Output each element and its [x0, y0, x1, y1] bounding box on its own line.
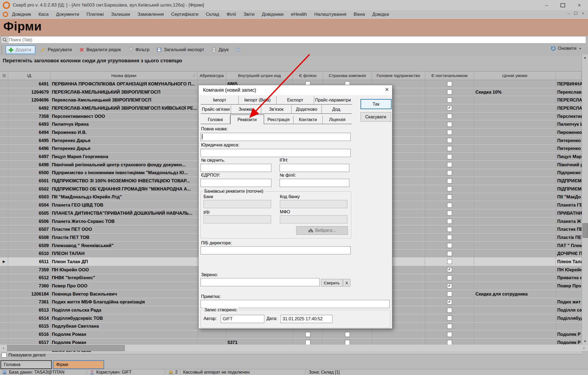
dialog-tab-реєстрація[interactable]: Реєстрація — [264, 116, 293, 124]
ipn-input[interactable] — [280, 164, 349, 172]
supplier-checkbox[interactable] — [447, 227, 452, 232]
export-button[interactable]: Загальний експорт — [156, 47, 204, 53]
menu-item-довідка[interactable]: Довідка — [372, 12, 389, 17]
show-details-checkbox[interactable] — [2, 353, 7, 358]
branch-checkbox[interactable] — [305, 340, 310, 345]
horizontal-scroll-thumb[interactable] — [7, 345, 125, 351]
column-header-Є філією[interactable]: Є філією — [293, 72, 323, 80]
supplier-checkbox[interactable]: ✓ — [447, 106, 452, 110]
search-input[interactable] — [8, 37, 586, 43]
branch-checkbox[interactable] — [305, 332, 310, 337]
column-header-Головне підприємство[interactable]: Головне підприємство — [372, 72, 425, 80]
columns-button[interactable] — [236, 47, 241, 53]
supplier-checkbox[interactable] — [447, 90, 452, 94]
column-header-Страхова компанія[interactable]: Страхова компанія — [323, 72, 372, 80]
column-header-Назва фірми[interactable]: Назва фірми△ — [50, 72, 198, 80]
author-input[interactable] — [221, 315, 264, 323]
dialog-tab-головні[interactable]: Головні — [201, 116, 230, 124]
toolbar-drag-handle[interactable] — [1, 46, 3, 54]
supplier-checkbox[interactable] — [447, 81, 452, 86]
director-input[interactable] — [201, 246, 351, 254]
menu-item-ehealth[interactable]: eHealth — [291, 12, 307, 17]
supplier-checkbox[interactable] — [447, 308, 452, 313]
add-button[interactable]: Додати — [5, 45, 35, 54]
supplier-checkbox[interactable] — [447, 291, 452, 296]
supplier-checkbox[interactable] — [447, 219, 452, 224]
supplier-checkbox[interactable] — [447, 186, 452, 191]
restore-button[interactable] — [560, 3, 565, 7]
menu-item-звіти[interactable]: Звіти — [244, 12, 254, 17]
close-button[interactable]: × — [578, 2, 581, 8]
scroll-up-icon[interactable]: ▲ — [582, 54, 588, 60]
window-tab-головна[interactable]: Головна — [1, 360, 52, 369]
refresh-button[interactable]: Оновити ▾ — [551, 46, 581, 51]
supplier-checkbox[interactable] — [447, 316, 452, 321]
dialog-tab-експорт[interactable]: Експорт — [277, 96, 314, 104]
table-row[interactable]: 6516Подоляк РоманПодоляк Р — [0, 330, 582, 339]
column-header-col0[interactable] — [0, 72, 8, 80]
verify-clear-button[interactable]: X — [343, 279, 350, 287]
menu-item-налаштування[interactable]: Налаштування — [314, 12, 346, 17]
insurance-checkbox[interactable] — [345, 332, 350, 337]
supplier-checkbox[interactable] — [447, 146, 452, 151]
menu-item-філії[interactable]: Філії — [227, 12, 236, 17]
legal-address-input[interactable] — [201, 149, 351, 157]
dialog-tab-імпорт[interactable]: Імпорт — [201, 96, 239, 104]
supplier-checkbox[interactable] — [447, 122, 452, 127]
menu-item-довідники[interactable]: Довідники — [262, 12, 284, 17]
menu-item-сертифікати[interactable]: Сертифікати — [171, 12, 198, 17]
dialog-tab-знижки[interactable]: Знижки — [231, 105, 261, 113]
column-header-col10[interactable] — [556, 72, 582, 80]
scroll-down-icon[interactable]: ▼ — [582, 338, 588, 344]
scroll-right-icon[interactable]: › — [580, 345, 587, 351]
cancel-button[interactable]: Скасувати — [360, 112, 391, 122]
menu-item-документи[interactable]: Документи — [56, 12, 79, 17]
dialog-tab-дод.[interactable]: Дод. — [322, 105, 352, 113]
supplier-checkbox[interactable] — [447, 332, 452, 337]
menu-item-довідник[interactable]: Довідник — [12, 12, 31, 17]
dialog-tab-додатково[interactable]: Додатково — [292, 105, 322, 113]
edit-button[interactable]: Редагувати — [40, 47, 72, 53]
supplier-checkbox[interactable] — [447, 275, 452, 280]
dialog-tab-прайс-зв'язки[interactable]: Прайс-зв'язки — [201, 105, 231, 113]
note-input[interactable] — [201, 300, 390, 308]
ok-button[interactable]: Так — [360, 99, 392, 109]
supplier-checkbox[interactable] — [447, 114, 452, 119]
window-tab-фірми[interactable]: Фірми — [53, 360, 104, 369]
dialog-tab-прайс-параметри[interactable]: Прайс-параметри — [314, 96, 352, 104]
child-close-button[interactable]: × — [582, 11, 584, 16]
menu-item-залишки[interactable]: Залишки — [111, 12, 130, 17]
supplier-checkbox[interactable] — [447, 203, 452, 208]
supplier-checkbox[interactable] — [447, 259, 452, 264]
verified-input[interactable] — [201, 278, 320, 286]
supplier-checkbox[interactable] — [447, 162, 452, 167]
child-minimize-button[interactable]: – — [568, 11, 570, 16]
scroll-left-icon[interactable]: ‹ — [0, 345, 7, 351]
menu-item-каса[interactable]: Каса — [38, 12, 49, 17]
cert-no-input[interactable] — [201, 164, 271, 172]
supplier-checkbox[interactable] — [447, 211, 452, 216]
verify-button[interactable]: Сверить — [321, 279, 343, 287]
insurance-checkbox[interactable] — [345, 340, 350, 345]
column-header-Абревіатура[interactable]: Абревіатура — [198, 72, 226, 80]
column-header-ІД[interactable]: ІД — [8, 72, 50, 80]
supplier-checkbox[interactable]: ✓ — [447, 267, 452, 272]
column-header-Є постачальником[interactable]: Є постачальником — [425, 72, 474, 80]
dialog-tab-контакти[interactable]: Контакти — [293, 116, 323, 124]
print-button[interactable]: Друк — [211, 47, 229, 53]
date-input[interactable] — [281, 315, 332, 323]
delete-row-button[interactable]: Видалити рядок — [79, 47, 121, 53]
supplier-checkbox[interactable] — [447, 130, 452, 135]
branch-no-input[interactable] — [280, 179, 349, 187]
menu-item-вікна[interactable]: Вікна — [354, 12, 365, 17]
supplier-checkbox[interactable] — [447, 251, 452, 256]
horizontal-scrollbar[interactable]: ‹ › — [0, 345, 588, 351]
refresh-dropdown-icon[interactable]: ▾ — [579, 47, 581, 50]
full-name-input[interactable] — [201, 133, 351, 141]
supplier-checkbox[interactable] — [447, 243, 452, 248]
menu-item-склад[interactable]: Склад — [206, 12, 219, 17]
dialog-tab-зв'язок[interactable]: Зв'язок — [261, 105, 292, 113]
dialog-tab-реквізити[interactable]: Реквізити — [230, 115, 264, 124]
supplier-checkbox[interactable] — [447, 154, 452, 159]
dialog-tab-ліцензія[interactable]: Ліцензія — [323, 116, 352, 124]
